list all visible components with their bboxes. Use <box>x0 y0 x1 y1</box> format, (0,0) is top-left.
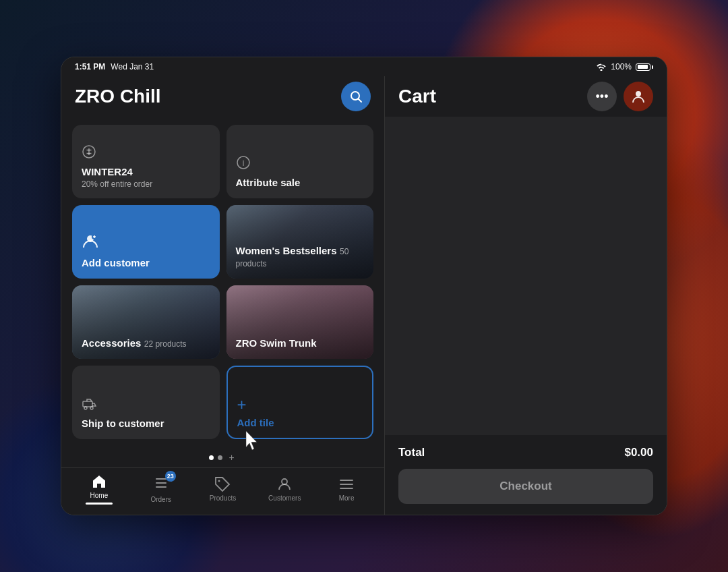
cart-header: Cart ••• <box>385 76 667 117</box>
bottom-nav: Home 23 Orders <box>61 467 384 515</box>
orders-badge-container: 23 <box>153 475 169 494</box>
svg-line-1 <box>359 99 362 103</box>
nav-orders-label: Orders <box>150 496 171 503</box>
background: 1:51 PM Wed Jan 31 100% <box>0 0 728 572</box>
cart-user-icon <box>631 89 646 104</box>
tile-add-title: Add tile <box>237 417 363 428</box>
battery-icon <box>636 63 653 71</box>
left-header: ZRO Chill <box>61 76 384 117</box>
search-button[interactable] <box>341 82 371 111</box>
tiles-area: WINTER24 20% off entire order i Attribut… <box>61 117 384 447</box>
svg-rect-16 <box>156 482 166 484</box>
left-panel: ZRO Chill <box>61 76 385 515</box>
nav-home-label: Home <box>90 492 109 499</box>
search-icon <box>349 90 363 103</box>
attribute-icon: i <box>236 155 365 173</box>
tile-add-customer-title: Add customer <box>82 257 210 269</box>
tile-ship[interactable]: Ship to customer <box>72 366 220 439</box>
tile-add-customer[interactable]: Add customer <box>72 205 220 279</box>
svg-point-19 <box>218 480 220 482</box>
cart-more-button[interactable]: ••• <box>587 82 617 111</box>
add-page-btn[interactable]: + <box>226 452 237 463</box>
tile-attribute-title: Attribute sale <box>236 177 365 189</box>
dot-1[interactable] <box>209 455 214 460</box>
app-title: ZRO Chill <box>75 86 161 107</box>
nav-orders[interactable]: 23 Orders <box>141 475 181 503</box>
cart-empty-area <box>385 117 667 435</box>
nav-more[interactable]: More <box>326 476 367 502</box>
cart-total-value: $0.00 <box>624 446 653 459</box>
tile-accessories-subtitle: 22 products <box>144 339 187 349</box>
tile-promo-title: WINTER24 <box>82 166 210 178</box>
status-right: 100% <box>596 62 653 72</box>
cart-header-buttons: ••• <box>587 82 653 111</box>
nav-more-label: More <box>339 494 355 502</box>
svg-rect-15 <box>156 478 166 480</box>
tile-attribute[interactable]: i Attribute sale <box>226 125 374 198</box>
tile-promo[interactable]: WINTER24 20% off entire order <box>72 125 220 198</box>
cart-user-button[interactable] <box>624 82 653 111</box>
svg-rect-12 <box>83 401 92 407</box>
status-bar: 1:51 PM Wed Jan 31 100% <box>61 57 667 76</box>
tile-accessories[interactable]: Accessories 22 products <box>72 285 220 359</box>
nav-active-indicator <box>86 503 113 505</box>
battery-percentage: 100% <box>611 62 632 72</box>
ipad-frame: 1:51 PM Wed Jan 31 100% <box>61 57 667 515</box>
cart-title: Cart <box>398 86 436 107</box>
nav-products[interactable]: Products <box>202 476 243 502</box>
cart-total-label: Total <box>398 446 425 459</box>
tile-womens[interactable]: Women's Bestsellers 50 products <box>226 205 374 279</box>
app-content: ZRO Chill <box>61 76 667 515</box>
nav-customers-label: Customers <box>268 494 301 502</box>
cart-total-row: Total $0.00 <box>398 446 653 459</box>
status-time: 1:51 PM <box>75 62 105 72</box>
svg-point-14 <box>90 407 93 409</box>
nav-customers[interactable]: Customers <box>264 476 305 502</box>
customers-icon <box>276 476 293 492</box>
svg-rect-17 <box>156 486 166 488</box>
checkout-label: Checkout <box>499 480 551 492</box>
person-icon <box>82 233 210 253</box>
pagination-bar: + <box>61 447 384 467</box>
tile-swim-title: ZRO Swim Trunk <box>236 337 317 349</box>
status-date: Wed Jan 31 <box>111 62 154 72</box>
tile-swim[interactable]: ZRO Swim Trunk <box>226 285 374 359</box>
cart-footer: Total $0.00 Checkout <box>385 435 667 515</box>
wifi-icon <box>596 63 607 71</box>
tile-add[interactable]: + Add tile <box>226 366 374 439</box>
svg-text:i: i <box>242 159 244 168</box>
house-icon <box>91 474 107 490</box>
orders-badge: 23 <box>165 471 176 482</box>
tile-ship-title: Ship to customer <box>82 418 210 430</box>
more-dots-icon: ••• <box>596 90 609 104</box>
svg-point-24 <box>636 91 641 96</box>
tile-promo-subtitle: 20% off entire order <box>82 179 210 189</box>
right-panel: Cart ••• <box>385 76 667 515</box>
tile-accessories-title: Accessories <box>82 337 141 349</box>
checkout-button[interactable]: Checkout <box>398 469 653 504</box>
dot-2[interactable] <box>218 455 222 460</box>
ship-icon <box>82 396 210 413</box>
tile-womens-title: Women's Bestsellers <box>236 245 337 256</box>
plus-icon: + <box>237 395 363 414</box>
svg-point-20 <box>282 479 287 484</box>
promo-icon <box>82 144 210 162</box>
svg-point-13 <box>84 407 87 409</box>
menu-icon <box>338 476 355 492</box>
nav-products-label: Products <box>210 494 236 502</box>
tag-icon <box>214 476 231 492</box>
nav-home[interactable]: Home <box>79 474 119 505</box>
